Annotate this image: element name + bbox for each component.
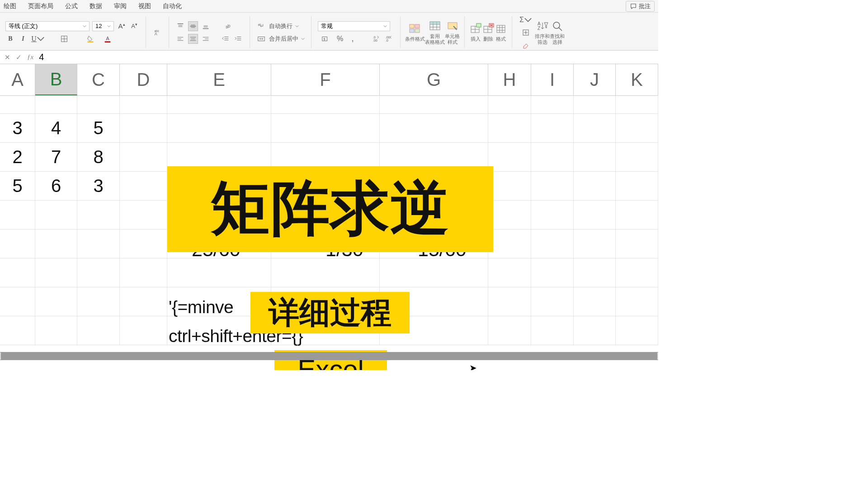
insert-button[interactable]: 插入: [469, 14, 482, 50]
svg-rect-55: [476, 23, 481, 27]
scrollbar-thumb[interactable]: [1, 352, 657, 360]
col-header-e[interactable]: E: [167, 64, 271, 95]
comments-label: 批注: [639, 2, 651, 10]
svg-rect-43: [410, 29, 414, 33]
col-header-a[interactable]: A: [0, 64, 35, 95]
cell-styles-button[interactable]: 单元格 样式: [445, 14, 460, 50]
svg-text:ab: ab: [225, 23, 231, 29]
cell[interactable]: 3: [77, 172, 120, 200]
column-headers[interactable]: A B C D E F G H I J K: [0, 64, 658, 96]
col-header-k[interactable]: K: [616, 64, 658, 95]
decrease-indent-button[interactable]: [221, 34, 231, 44]
menu-item-review[interactable]: 审阅: [114, 2, 127, 10]
menu-item-data[interactable]: 数据: [90, 2, 102, 10]
col-header-c[interactable]: C: [77, 64, 120, 95]
delete-cells-icon: [482, 23, 495, 35]
svg-rect-42: [415, 24, 420, 28]
align-left-button[interactable]: [175, 34, 185, 44]
align-top-button[interactable]: [175, 21, 185, 31]
clear-button[interactable]: [519, 40, 533, 50]
format-button[interactable]: 格式: [495, 14, 507, 50]
fx-label[interactable]: ƒx: [27, 53, 33, 61]
col-header-g[interactable]: G: [380, 64, 488, 95]
cell[interactable]: 7: [35, 143, 77, 171]
cell[interactable]: 4: [35, 114, 77, 142]
fill-color-button[interactable]: [83, 34, 98, 44]
align-middle-button[interactable]: [188, 21, 198, 31]
confirm-formula-button[interactable]: ✓: [16, 53, 22, 61]
underline-button[interactable]: U: [31, 34, 45, 44]
cursor-icon: ➤: [469, 362, 477, 370]
italic-button[interactable]: I: [18, 34, 28, 44]
font-size-combo[interactable]: 12: [92, 21, 114, 31]
col-header-j[interactable]: J: [574, 64, 616, 95]
cell-styles-icon: [446, 20, 459, 33]
font-name-combo[interactable]: 等线 (正文): [5, 21, 90, 31]
table-format-icon: [429, 20, 441, 33]
insert-cells-icon: [469, 23, 482, 35]
cell[interactable]: 2: [0, 143, 35, 171]
col-header-h[interactable]: H: [488, 64, 531, 95]
col-header-d[interactable]: D: [120, 64, 167, 95]
align-bottom-button[interactable]: [201, 21, 211, 31]
cell[interactable]: 5: [77, 114, 120, 142]
chevron-down-icon: [37, 35, 45, 43]
menu-item-formula[interactable]: 公式: [65, 2, 78, 10]
svg-text:Z: Z: [538, 26, 540, 31]
col-header-b[interactable]: B: [35, 64, 77, 95]
sort-filter-button[interactable]: AZ 排序和 筛选: [535, 14, 550, 50]
search-icon: [551, 20, 564, 33]
cell[interactable]: 6: [35, 172, 77, 200]
chevron-down-icon: [301, 37, 305, 41]
col-header-i[interactable]: I: [531, 64, 574, 95]
horizontal-scrollbar[interactable]: [0, 352, 658, 360]
cell[interactable]: 8: [77, 143, 120, 171]
increase-indent-button[interactable]: [233, 34, 243, 44]
svg-text:.0: .0: [386, 38, 388, 42]
font-name-value: 等线 (正文): [9, 22, 38, 30]
cell[interactable]: 3: [0, 114, 35, 142]
svg-rect-5: [105, 41, 111, 42]
fill-button[interactable]: [519, 28, 533, 38]
bold-button[interactable]: B: [5, 34, 15, 44]
autosum-button[interactable]: Σ: [519, 15, 533, 25]
ribbon-toolbar: 等线 (正文) 12 A▴ A▾ B I U A abcA: [0, 13, 658, 51]
conditional-format-button[interactable]: 条件格式: [405, 14, 425, 50]
spreadsheet-grid[interactable]: A B C D E F G H I J K 3 4 5 2 7 8 5 6 3: [0, 64, 658, 345]
border-button[interactable]: [57, 34, 71, 44]
align-center-button[interactable]: [188, 34, 198, 44]
cancel-formula-button[interactable]: ✕: [5, 53, 10, 61]
increase-decimal-button[interactable]: .0.00: [371, 34, 381, 44]
svg-rect-50: [430, 22, 440, 24]
comma-button[interactable]: ,: [348, 34, 358, 44]
formula-value[interactable]: 4: [39, 52, 44, 62]
find-select-button[interactable]: 查找和 选择: [550, 14, 565, 50]
increase-font-button[interactable]: A▴: [117, 21, 127, 31]
decrease-decimal-button[interactable]: .00.0: [384, 34, 394, 44]
wrap-text-icon[interactable]: ab: [256, 21, 266, 31]
menu-item-layout[interactable]: 页面布局: [28, 2, 53, 10]
format-cells-icon: [495, 23, 507, 35]
comment-icon: [630, 3, 637, 10]
delete-button[interactable]: 删除: [482, 14, 495, 50]
number-format-combo[interactable]: 常规: [318, 21, 390, 31]
merge-label[interactable]: 合并后居中: [269, 35, 298, 43]
overlay-subtitle-1: 详细过程: [250, 292, 410, 333]
comments-button[interactable]: 批注: [626, 1, 655, 12]
wrap-text-label[interactable]: 自动换行: [269, 22, 292, 30]
currency-button[interactable]: $: [318, 34, 332, 44]
format-as-table-button[interactable]: 套用 表格格式: [425, 14, 445, 50]
font-color-button[interactable]: A: [100, 34, 115, 44]
menu-item-view[interactable]: 视图: [138, 2, 151, 10]
merge-icon[interactable]: [256, 34, 266, 44]
menu-item-draw[interactable]: 绘图: [4, 2, 16, 10]
ruby-button[interactable]: abcA: [152, 28, 162, 38]
cell[interactable]: 5: [0, 172, 35, 200]
col-header-f[interactable]: F: [271, 64, 380, 95]
align-right-button[interactable]: [201, 34, 211, 44]
decrease-font-button[interactable]: A▾: [129, 21, 139, 31]
orientation-button[interactable]: ab: [221, 21, 235, 31]
percent-button[interactable]: %: [335, 34, 345, 44]
svg-text:$: $: [323, 37, 325, 41]
menu-item-automation[interactable]: 自动化: [163, 2, 182, 10]
